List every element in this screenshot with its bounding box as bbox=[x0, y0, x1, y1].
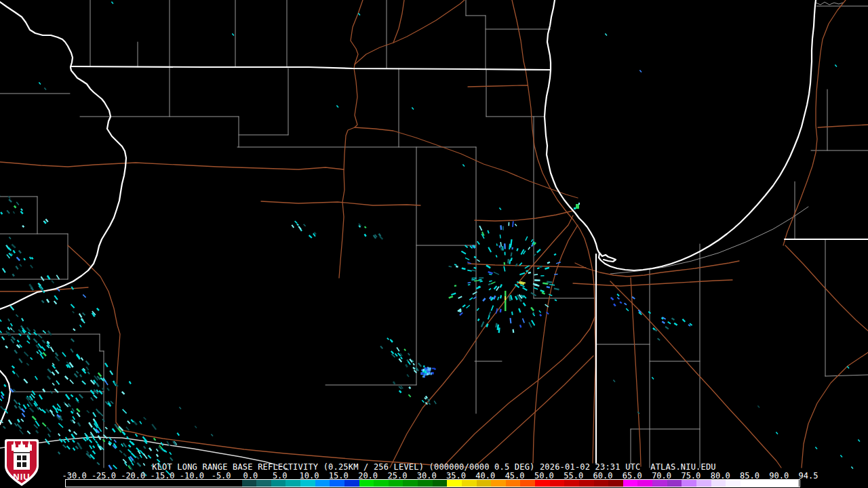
colorbar-segment bbox=[374, 480, 389, 487]
state-borders-shorelines-layer bbox=[0, 0, 868, 463]
product-title: KLOT LONG RANGE BASE REFLECTIVITY (0.25K… bbox=[0, 463, 868, 471]
colorbar-segment bbox=[271, 480, 286, 487]
colorbar-segment bbox=[535, 480, 550, 487]
roads-layer bbox=[0, 0, 868, 468]
radar-viewer: KLOT LONG RANGE BASE REFLECTIVITY (0.25K… bbox=[0, 0, 868, 488]
colorbar-segment bbox=[183, 480, 198, 487]
colorbar-segment bbox=[550, 480, 565, 487]
colorbar-segment bbox=[95, 480, 110, 487]
colorbar-segment bbox=[66, 480, 81, 487]
colorbar-segment bbox=[139, 480, 154, 487]
colorbar-segment bbox=[330, 480, 344, 487]
colorbar-segment bbox=[623, 480, 638, 487]
colorbar-segment bbox=[154, 480, 169, 487]
county-boundaries-layer bbox=[0, 0, 868, 470]
reflectivity-colorbar bbox=[65, 479, 800, 487]
colorbar-segment bbox=[212, 480, 227, 487]
colorbar-segment bbox=[403, 480, 418, 487]
colorbar-segment bbox=[726, 480, 741, 487]
colorbar-segment bbox=[682, 480, 696, 487]
colorbar-segment bbox=[256, 480, 271, 487]
colorbar-segment bbox=[770, 480, 785, 487]
colorbar-segment bbox=[696, 480, 711, 487]
colorbar-segment bbox=[227, 480, 242, 487]
colorbar-segment bbox=[389, 480, 403, 487]
colorbar-segment bbox=[125, 480, 140, 487]
reflectivity-echoes-layer bbox=[0, 1, 861, 476]
colorbar-segment bbox=[564, 480, 579, 487]
colorbar-segment bbox=[242, 480, 257, 487]
colorbar-segment bbox=[110, 480, 125, 487]
colorbar-segment bbox=[462, 480, 477, 487]
colorbar-segment bbox=[198, 480, 213, 487]
colorbar-segment bbox=[344, 480, 359, 487]
colorbar-segment bbox=[785, 480, 800, 487]
colorbar-segment bbox=[359, 480, 374, 487]
colorbar-segment bbox=[520, 480, 535, 487]
colorbar-segment bbox=[667, 480, 682, 487]
niu-logo-text: NIU bbox=[13, 472, 30, 482]
colorbar-segment bbox=[755, 480, 770, 487]
colorbar-segment bbox=[447, 480, 462, 487]
colorbar-segment bbox=[608, 480, 623, 487]
colorbar-segment bbox=[300, 480, 315, 487]
colorbar-segment bbox=[491, 480, 506, 487]
colorbar-segment bbox=[594, 480, 609, 487]
colorbar-segment bbox=[418, 480, 433, 487]
colorbar-segment bbox=[711, 480, 726, 487]
radar-map bbox=[0, 0, 868, 488]
niu-castle-icon bbox=[12, 439, 32, 470]
colorbar-segment bbox=[315, 480, 330, 487]
niu-logo: NIU bbox=[3, 438, 41, 488]
colorbar-segment bbox=[652, 480, 667, 487]
colorbar-segment bbox=[477, 480, 492, 487]
colorbar-segment bbox=[285, 480, 300, 487]
colorbar-segment bbox=[637, 480, 652, 487]
colorbar-segment bbox=[433, 480, 448, 487]
colorbar-segment bbox=[741, 480, 755, 487]
colorbar-segment bbox=[506, 480, 521, 487]
colorbar-segment bbox=[81, 480, 96, 487]
colorbar-segment bbox=[168, 480, 183, 487]
colorbar-segment bbox=[579, 480, 594, 487]
